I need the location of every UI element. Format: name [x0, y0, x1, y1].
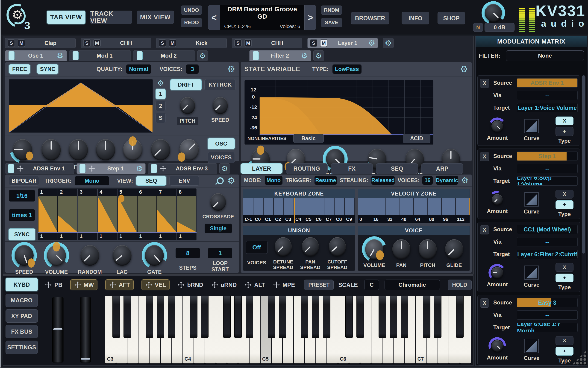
piano-black-key[interactable] — [356, 296, 364, 338]
tab-mod1[interactable]: Mod 1 — [69, 50, 131, 61]
osc-pitch-knob[interactable] — [67, 138, 89, 161]
type-multiply-button[interactable]: X — [556, 117, 573, 125]
piano-black-key[interactable] — [157, 296, 164, 338]
layer-settings-gear-icon[interactable]: ⚙ — [368, 39, 375, 47]
preset-name[interactable]: DRM Bass and Groove GD — [224, 6, 300, 20]
piano-black-key[interactable] — [201, 296, 208, 338]
piano-black-key[interactable] — [423, 296, 430, 338]
solo-button[interactable]: S — [83, 39, 91, 47]
piano-black-key[interactable] — [246, 296, 253, 338]
enable-indicator[interactable] — [79, 164, 85, 173]
sidebar-item-macro[interactable]: MACRO — [6, 294, 38, 307]
env-gear-icon[interactable]: ⚙ — [136, 165, 143, 172]
pan-spread-knob[interactable] — [301, 237, 320, 257]
wave-s-button[interactable]: S — [156, 113, 166, 123]
piano-black-key[interactable] — [168, 296, 175, 338]
zone-column[interactable]: 48 — [400, 198, 414, 223]
tab-osc1-selected[interactable]: Osc 1 ⚙ — [5, 50, 67, 61]
zone-column[interactable]: 32 — [386, 198, 400, 223]
voice-volume-knob[interactable] — [364, 238, 384, 260]
voice-pan-knob[interactable] — [391, 238, 411, 260]
layer-header-gear-icon[interactable]: ⚙ — [461, 176, 468, 184]
amount-knob[interactable] — [491, 193, 504, 206]
via-value[interactable]: -- — [517, 237, 578, 246]
alt-control[interactable]: ALT — [244, 281, 265, 289]
zone-column[interactable]: 80 — [428, 198, 442, 223]
sidebar-item-fxbus[interactable]: FX BUS — [6, 325, 38, 338]
curve-icon[interactable] — [524, 266, 539, 280]
osc-voices-value[interactable]: 3 — [186, 64, 199, 74]
vel-control[interactable]: VEL — [141, 279, 170, 290]
osc-xmorph-knob[interactable] — [150, 138, 171, 161]
mode-value[interactable]: Mono — [264, 176, 283, 185]
quality-value[interactable]: Normal — [126, 64, 151, 74]
piano-black-key[interactable] — [312, 296, 319, 338]
zone-column[interactable]: C8 — [335, 198, 345, 223]
aft-control[interactable]: AFT — [105, 279, 134, 290]
undo-button[interactable]: UNDO — [181, 6, 202, 15]
type-multiply-button[interactable]: X — [556, 263, 573, 272]
filter-type-value[interactable]: LowPass — [332, 64, 362, 74]
zone-column[interactable]: C6 — [314, 198, 324, 223]
osc-pan-knob[interactable] — [40, 138, 62, 161]
unison-voices-value[interactable]: Off — [246, 241, 268, 254]
seq-random-knob[interactable] — [79, 244, 101, 267]
piano-black-key[interactable] — [112, 296, 120, 338]
zone-column[interactable]: C2 — [274, 198, 284, 223]
layer-tab-chh2[interactable]: S M CHH — [232, 38, 302, 48]
amount-knob[interactable] — [491, 339, 504, 353]
via-value[interactable]: -- — [517, 91, 578, 100]
amount-knob[interactable] — [491, 120, 504, 133]
piano-black-key[interactable] — [146, 296, 153, 338]
type-add-button[interactable]: + — [556, 347, 573, 356]
zone-column[interactable]: C0 — [253, 198, 264, 223]
remove-slot-button[interactable]: X — [480, 225, 489, 234]
tab-arp[interactable]: ARP — [421, 163, 463, 174]
piano-black-key[interactable] — [401, 296, 408, 338]
type-add-button[interactable]: + — [556, 127, 573, 136]
cutoff-spread-knob[interactable] — [328, 237, 347, 257]
enable-indicator[interactable] — [9, 51, 15, 60]
target-value[interactable]: Layer 6:Filter 2:Cutoff — [517, 250, 578, 259]
type-add-button[interactable]: + — [556, 274, 573, 282]
piano-black-key[interactable] — [301, 296, 308, 338]
curve-icon[interactable] — [524, 119, 539, 133]
env-header-gear-icon[interactable]: ⚙ — [227, 176, 235, 185]
sidebar-item-xypad[interactable]: XY PAD — [6, 309, 38, 323]
mod-wheel[interactable] — [80, 297, 91, 363]
zone-column[interactable]: 96 — [442, 198, 456, 223]
layer-tab-kick[interactable]: S M Kick — [156, 38, 227, 48]
layer-trigger-value[interactable]: Resume — [314, 176, 337, 185]
filter-row-gear-button[interactable]: ⚙ — [313, 50, 324, 61]
filter-header-gear-icon[interactable]: ⚙ — [460, 65, 468, 74]
loop-start-value[interactable]: 1 — [208, 248, 233, 258]
mute-button[interactable]: M — [18, 39, 25, 47]
type-multiply-button[interactable]: X — [556, 336, 573, 345]
preset-next-button[interactable]: > — [304, 5, 316, 30]
zone-column[interactable]: 0 — [358, 198, 372, 223]
layer-tab-chh1[interactable]: S M CHH — [81, 38, 151, 48]
hold-button[interactable]: HOLD — [448, 280, 472, 290]
zone-column[interactable]: 112 — [456, 198, 470, 223]
voices-view-button[interactable]: VOICES — [208, 152, 235, 163]
matrix-filter-value[interactable]: None — [506, 50, 584, 61]
via-value[interactable]: -- — [517, 164, 578, 173]
wave-gear-icon[interactable]: ⚙ — [157, 79, 164, 87]
pitch-bend-wheel[interactable] — [52, 297, 64, 363]
scale-preset-button[interactable]: PRESET — [304, 280, 334, 290]
source-value[interactable]: ADSR Env 1 — [517, 78, 578, 88]
rate-value[interactable]: 1/16 — [9, 190, 35, 202]
solo-button[interactable]: S — [8, 39, 15, 47]
layer-tab-layer1-selected[interactable]: S M Layer 1 ⚙ — [307, 38, 378, 48]
mute-button[interactable]: M — [320, 39, 327, 47]
zone-column[interactable]: 16 — [372, 198, 386, 223]
tab-fx[interactable]: FX — [331, 163, 373, 174]
wave-1-button[interactable]: 1 — [156, 89, 166, 99]
osc-gear-icon[interactable]: ⚙ — [57, 52, 63, 59]
bipolar-button[interactable]: BIPOLAR — [9, 176, 39, 186]
sidebar-item-settings[interactable]: SETTINGS — [6, 340, 38, 354]
piano-black-key[interactable] — [223, 296, 231, 338]
detune-spread-knob[interactable] — [274, 237, 293, 257]
filter-gear-icon[interactable]: ⚙ — [301, 52, 308, 59]
velocity-zone[interactable]: VELOCITY ZONE 0163248648096112 — [358, 189, 470, 223]
